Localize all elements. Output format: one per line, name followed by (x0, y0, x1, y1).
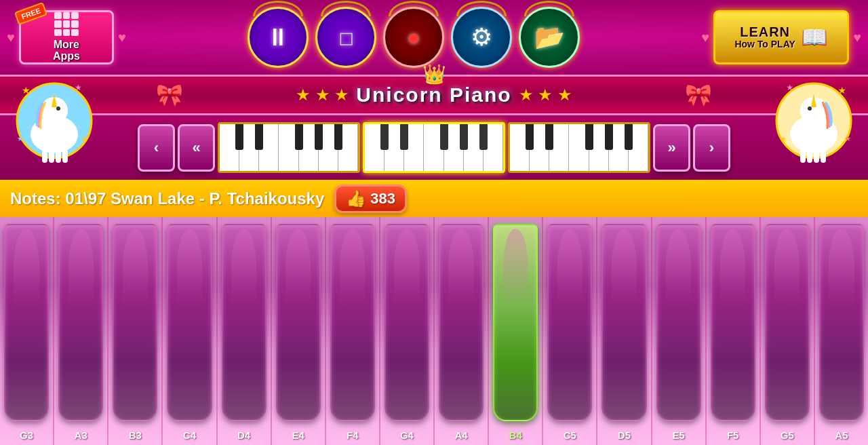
svg-rect-21 (800, 149, 806, 163)
nav-double-left-button[interactable]: « (178, 124, 215, 172)
piano-key-g3[interactable]: G3 (0, 217, 54, 445)
record-button[interactable]: ● (383, 7, 444, 68)
key-label-g5: G5 (781, 429, 794, 441)
like-badge[interactable]: 👍 383 (334, 185, 407, 213)
more-apps-button[interactable]: FREE MoreApps (19, 10, 114, 64)
grid-icon (54, 12, 79, 36)
nav-single-right-button[interactable]: › (693, 124, 730, 172)
piano-key-f4[interactable]: F4 (326, 217, 380, 445)
svg-text:★: ★ (17, 134, 24, 142)
svg-text:★: ★ (786, 83, 793, 92)
piano-key-g5[interactable]: G5 (761, 217, 815, 445)
svg-rect-5 (42, 149, 47, 163)
key-label-c4: C4 (183, 429, 196, 441)
single-right-arrow-icon: › (709, 139, 714, 157)
learn-label: LEARN How To PLAY (734, 24, 795, 50)
stop-icon: ◻ (338, 26, 354, 49)
notes-bar: Notes: 01\97 Swan Lake - P. Tchaikousky … (0, 180, 868, 217)
piano-key-a5[interactable]: A5 (815, 217, 868, 445)
key-body-a4 (439, 224, 484, 421)
piano-key-a3[interactable]: A3 (54, 217, 108, 445)
key-body-c4 (167, 224, 212, 421)
piano-key-f5[interactable]: F5 (707, 217, 761, 445)
key-body-e5 (656, 224, 701, 421)
key-body-b4 (493, 224, 538, 421)
svg-text:★: ★ (837, 85, 846, 96)
heart-icon-left2: ♥ (118, 30, 126, 45)
pause-button[interactable]: ⏸ (248, 7, 309, 68)
key-body-a5 (819, 224, 864, 421)
piano-selector: ‹ « (0, 115, 868, 180)
piano-keyboard: G3A3B3C4D4E4F4G4A4B4C5D5E5F5G5A5 (0, 217, 868, 445)
unicorn-circle-right: ★ ★ ★ ★ (773, 73, 854, 168)
notes-text: Notes: 01\97 Swan Lake - P. Tchaikousky (10, 189, 324, 208)
key-label-c5: C5 (564, 429, 576, 441)
double-left-arrow-icon: « (192, 139, 200, 157)
key-body-g3 (4, 224, 49, 421)
key-label-d5: D5 (618, 429, 631, 441)
key-label-g3: G3 (20, 429, 33, 441)
key-body-d5 (601, 224, 646, 421)
crown-icon: 👑 (422, 63, 446, 85)
free-badge: FREE (14, 2, 47, 25)
key-label-d4: D4 (237, 429, 250, 441)
piano-key-b4[interactable]: B4 (489, 217, 543, 445)
heart-icon-right2: ♥ (853, 30, 861, 45)
key-body-g5 (765, 224, 810, 421)
key-label-e4: E4 (292, 429, 304, 441)
key-body-a3 (58, 224, 103, 421)
svg-rect-18 (821, 149, 826, 163)
record-icon: ● (407, 25, 420, 50)
single-left-arrow-icon: ‹ (154, 139, 159, 157)
stop-button[interactable]: ◻ (315, 7, 376, 68)
folder-icon: 📂 (534, 23, 565, 52)
piano-section-left[interactable] (218, 122, 360, 173)
key-label-f4: F4 (347, 429, 359, 441)
heart-icon-right1: ♥ (701, 30, 709, 45)
piano-key-c5[interactable]: C5 (543, 217, 597, 445)
key-body-f4 (330, 224, 375, 421)
key-body-d4 (222, 224, 267, 421)
svg-rect-6 (49, 151, 54, 163)
key-body-f5 (711, 224, 755, 421)
settings-button[interactable]: ⚙ (451, 7, 512, 68)
like-count: 383 (370, 190, 395, 208)
nav-single-left-button[interactable]: ‹ (138, 124, 175, 172)
piano-section-center[interactable] (363, 122, 505, 173)
key-label-g4: G4 (400, 429, 414, 441)
key-body-g4 (384, 224, 429, 421)
piano-key-g4[interactable]: G4 (380, 217, 435, 445)
piano-key-e5[interactable]: E5 (652, 217, 707, 445)
learn-button[interactable]: LEARN How To PLAY 📖 (713, 10, 849, 64)
svg-rect-19 (814, 151, 819, 163)
center-buttons: ⏸ ◻ ● ⚙ 📂 (248, 7, 580, 68)
double-right-arrow-icon: » (667, 139, 675, 157)
title-text: Unicorn Piano (356, 83, 511, 107)
svg-text:★: ★ (844, 134, 851, 142)
piano-key-d5[interactable]: D5 (597, 217, 652, 445)
piano-section-right[interactable] (508, 122, 650, 173)
title-stars-right: ★ ★ ★ (519, 85, 572, 104)
key-label-a3: A3 (75, 429, 87, 441)
svg-point-17 (808, 107, 812, 111)
piano-key-a4[interactable]: A4 (435, 217, 489, 445)
svg-text:★: ★ (75, 83, 82, 92)
svg-point-4 (56, 107, 60, 111)
pause-icon: ⏸ (266, 23, 290, 52)
svg-text:★: ★ (781, 135, 787, 142)
piano-key-e4[interactable]: E4 (272, 217, 326, 445)
unicorn-circle-left: ★ ★ ★ ★ (14, 73, 95, 168)
piano-key-b3[interactable]: B3 (108, 217, 163, 445)
folder-button[interactable]: 📂 (519, 7, 580, 68)
key-label-a5: A5 (835, 429, 848, 441)
svg-text:★: ★ (81, 135, 87, 142)
title-banner: 👑 ★ ★ ★ ★ ★ ★ ★ Unicorn Pi (0, 75, 868, 115)
more-apps-label: MoreApps (53, 39, 80, 62)
piano-key-c4[interactable]: C4 (163, 217, 217, 445)
book-icon: 📖 (801, 24, 828, 50)
key-body-b3 (113, 224, 157, 421)
nav-double-right-button[interactable]: » (653, 124, 690, 172)
thumb-icon: 👍 (346, 189, 366, 208)
key-body-e4 (276, 224, 321, 421)
piano-key-d4[interactable]: D4 (218, 217, 272, 445)
